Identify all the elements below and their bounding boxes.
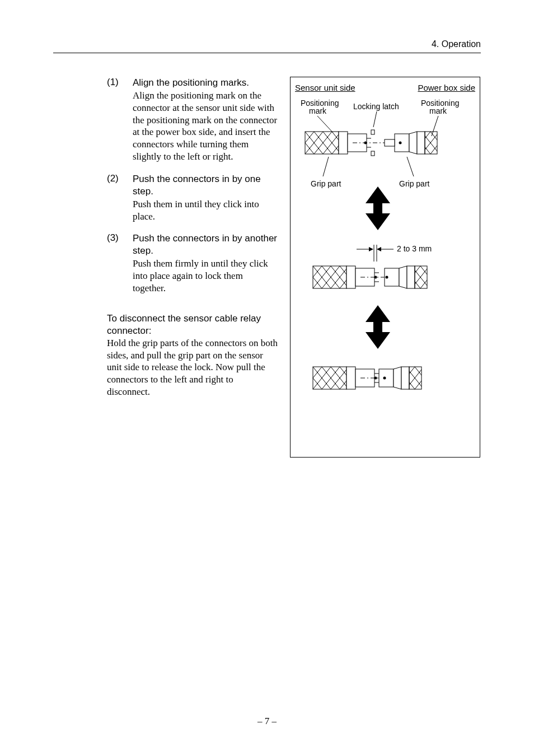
page-number: – 7 – xyxy=(0,716,534,727)
svg-marker-25 xyxy=(377,247,381,251)
label-grip-left: Grip part xyxy=(311,179,341,188)
connector-svg: Positioning mark Locking latch Positioni… xyxy=(295,92,475,445)
svg-rect-18 xyxy=(385,139,395,146)
svg-marker-31 xyxy=(366,305,390,349)
step-title: Align the positioning marks. xyxy=(133,77,278,89)
svg-point-30 xyxy=(386,276,388,279)
label-locking-latch: Locking latch xyxy=(353,102,399,111)
step: (1)Align the positioning marks.Align the… xyxy=(107,77,278,163)
instruction-column: (1)Align the positioning marks.Align the… xyxy=(107,77,278,458)
svg-point-34 xyxy=(383,377,386,380)
svg-point-29 xyxy=(374,276,377,279)
step-title: Push the connectors in by another step. xyxy=(133,232,278,257)
svg-line-10 xyxy=(317,116,333,133)
svg-line-19 xyxy=(323,157,329,176)
svg-rect-13 xyxy=(371,130,374,134)
svg-rect-14 xyxy=(371,151,374,156)
label-grip-right: Grip part xyxy=(399,179,430,188)
svg-text:mark: mark xyxy=(429,106,447,115)
svg-marker-21 xyxy=(366,186,390,230)
svg-point-17 xyxy=(399,142,402,144)
disconnect-title: To disconnect the sensor cable relay con… xyxy=(107,312,278,337)
arrow-icon xyxy=(366,186,390,230)
step-number: (1) xyxy=(107,77,133,163)
svg-text:mark: mark xyxy=(309,106,327,115)
step-number: (3) xyxy=(107,232,133,294)
section-header: 4. Operation xyxy=(53,39,481,53)
disconnect-body: Hold the grip parts of the connectors on… xyxy=(107,337,278,398)
fig-left-title: Sensor unit side xyxy=(295,83,355,92)
svg-line-20 xyxy=(407,157,414,176)
fig-right-title: Power box side xyxy=(418,83,475,92)
svg-point-16 xyxy=(364,142,367,144)
step-desc: Align the positioning mark on the connec… xyxy=(133,90,278,163)
step-desc: Push them firmly in until they click int… xyxy=(133,258,278,294)
step-title: Push the connectors in by one step. xyxy=(133,173,278,198)
svg-point-33 xyxy=(374,377,377,380)
step: (3)Push the connectors in by another ste… xyxy=(107,232,278,294)
step-number: (2) xyxy=(107,173,133,223)
label-gap: 2 to 3 mm xyxy=(397,244,432,253)
step: (2)Push the connectors in by one step.Pu… xyxy=(107,173,278,223)
step-desc: Push them in until they click into place… xyxy=(133,198,278,223)
arrow-icon xyxy=(366,305,390,349)
svg-marker-23 xyxy=(369,247,373,251)
connector-diagram: Sensor unit side Power box side xyxy=(290,77,480,458)
svg-line-11 xyxy=(373,111,377,127)
